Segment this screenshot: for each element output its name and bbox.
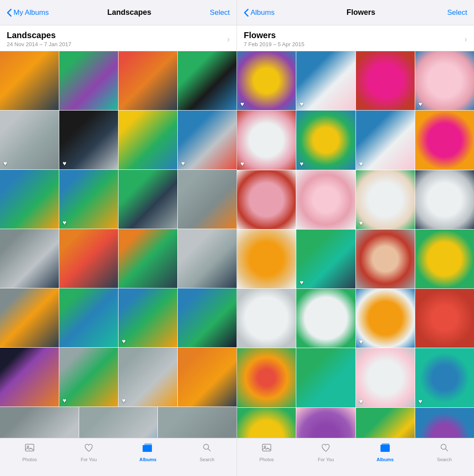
heart-icon: ♥: [419, 100, 422, 108]
photo-cell[interactable]: [178, 170, 237, 229]
tab-albums-left[interactable]: Albums: [118, 443, 178, 462]
photo-row: ♥: [0, 288, 237, 347]
photo-cell[interactable]: ♥: [59, 170, 118, 229]
photo-cell[interactable]: [118, 111, 177, 169]
albums-tab-label-left: Albums: [139, 457, 156, 462]
photo-cell[interactable]: [0, 407, 79, 438]
svg-rect-6: [262, 444, 271, 451]
photo-cell[interactable]: ♥: [296, 111, 355, 169]
back-to-albums[interactable]: Albums: [244, 8, 275, 17]
photos-tab-label-right: Photos: [259, 457, 274, 462]
photo-cell[interactable]: [296, 170, 355, 229]
photo-cell[interactable]: [237, 348, 296, 407]
photo-cell[interactable]: [178, 348, 237, 407]
svg-point-10: [441, 444, 446, 449]
photo-cell[interactable]: [0, 229, 59, 288]
photo-cell[interactable]: [296, 289, 355, 348]
photo-cell[interactable]: [59, 288, 118, 347]
photo-cell[interactable]: [237, 289, 296, 348]
photo-cell[interactable]: ♥: [158, 407, 237, 438]
photo-cell[interactable]: [296, 408, 355, 438]
photo-cell[interactable]: [415, 408, 474, 438]
for-you-icon-right: [321, 443, 331, 455]
tab-search-right[interactable]: Search: [415, 443, 474, 462]
photo-row: ♥♥♥: [0, 111, 237, 169]
photo-cell[interactable]: ♥: [118, 348, 177, 407]
photo-cell[interactable]: ♥: [356, 111, 415, 169]
tab-for-you-left[interactable]: For You: [59, 443, 118, 462]
photo-cell[interactable]: [415, 289, 474, 348]
album-info-chevron-icon: ›: [227, 34, 230, 44]
heart-icon: ♥: [181, 160, 185, 167]
for-you-tab-label-right: For You: [318, 457, 334, 462]
photo-cell[interactable]: [356, 230, 415, 288]
photo-cell[interactable]: ♥: [178, 111, 237, 169]
photo-cell[interactable]: [415, 170, 474, 229]
photo-row: ♥: [0, 170, 237, 229]
heart-icon: ♥: [63, 397, 66, 404]
landscapes-panel: My Albums Landscapes Select Landscapes 2…: [0, 0, 237, 476]
flowers-album-name: Flowers: [244, 30, 304, 40]
photo-cell[interactable]: ♥: [296, 51, 355, 110]
photo-row: [0, 51, 237, 110]
photo-cell[interactable]: [59, 51, 118, 110]
photo-cell[interactable]: [415, 111, 474, 169]
photo-cell[interactable]: [118, 51, 177, 110]
photo-cell[interactable]: [356, 408, 415, 438]
photo-cell[interactable]: ♥: [59, 348, 118, 407]
flowers-header: Albums Flowers Select: [237, 0, 474, 25]
landscapes-album-info[interactable]: Landscapes 24 Nov 2014 – 7 Jan 2017 ›: [0, 25, 237, 51]
heart-icon: ♥: [300, 160, 303, 167]
svg-point-1: [27, 446, 29, 448]
flowers-select-button[interactable]: Select: [447, 8, 467, 17]
flowers-album-date: 7 Feb 2019 – 5 Apr 2015: [244, 41, 304, 47]
search-tab-label-right: Search: [437, 457, 452, 462]
photo-cell[interactable]: [59, 229, 118, 288]
photo-cell[interactable]: [296, 348, 355, 407]
photo-cell[interactable]: [0, 348, 59, 407]
photo-cell[interactable]: [0, 170, 59, 229]
photo-cell[interactable]: [178, 229, 237, 288]
photo-cell[interactable]: [178, 51, 237, 110]
photo-row: [237, 408, 474, 438]
heart-icon: ♥: [240, 160, 244, 167]
tab-photos-left[interactable]: Photos: [0, 443, 59, 462]
photo-cell[interactable]: ♥: [356, 289, 415, 348]
tab-albums-right[interactable]: Albums: [356, 443, 415, 462]
photo-cell[interactable]: ♥: [415, 51, 474, 110]
photo-cell[interactable]: [237, 408, 296, 438]
back-to-my-albums[interactable]: My Albums: [7, 8, 49, 17]
photo-cell[interactable]: ♥: [356, 348, 415, 407]
tab-for-you-right[interactable]: For You: [296, 443, 356, 462]
photo-cell[interactable]: ♥: [0, 111, 59, 169]
photo-cell[interactable]: ♥: [118, 288, 177, 347]
photo-cell[interactable]: [178, 288, 237, 347]
flowers-panel: Albums Flowers Select Flowers 7 Feb 2019…: [237, 0, 474, 476]
photo-cell[interactable]: [0, 51, 59, 110]
photo-cell[interactable]: [237, 170, 296, 229]
tab-search-left[interactable]: Search: [177, 443, 237, 462]
photo-cell[interactable]: [415, 230, 474, 288]
photo-cell[interactable]: [118, 170, 177, 229]
photo-cell[interactable]: [118, 229, 177, 288]
heart-icon: ♥: [122, 338, 126, 345]
photo-cell[interactable]: ♥: [415, 348, 474, 407]
photo-cell[interactable]: ♥: [59, 111, 118, 169]
photo-cell[interactable]: [237, 230, 296, 288]
photo-row: ♥♥♥: [237, 51, 474, 110]
photo-cell[interactable]: ♥: [79, 407, 158, 438]
svg-rect-0: [25, 444, 34, 451]
photo-cell[interactable]: ♥: [237, 51, 296, 110]
landscapes-select-button[interactable]: Select: [210, 8, 230, 17]
flowers-album-info[interactable]: Flowers 7 Feb 2019 – 5 Apr 2015 ›: [237, 25, 474, 51]
heart-icon: ♥: [122, 397, 126, 404]
photo-cell[interactable]: [0, 288, 59, 347]
search-tab-icon-right: [439, 443, 449, 455]
photo-cell[interactable]: [356, 51, 415, 110]
heart-icon: ♥: [63, 219, 66, 226]
tab-photos-right[interactable]: Photos: [237, 443, 296, 462]
photo-cell[interactable]: ♥: [237, 111, 296, 169]
photo-row: ♥♥: [237, 348, 474, 407]
photo-cell[interactable]: ♥: [356, 170, 415, 229]
photo-cell[interactable]: ♥: [296, 230, 355, 288]
